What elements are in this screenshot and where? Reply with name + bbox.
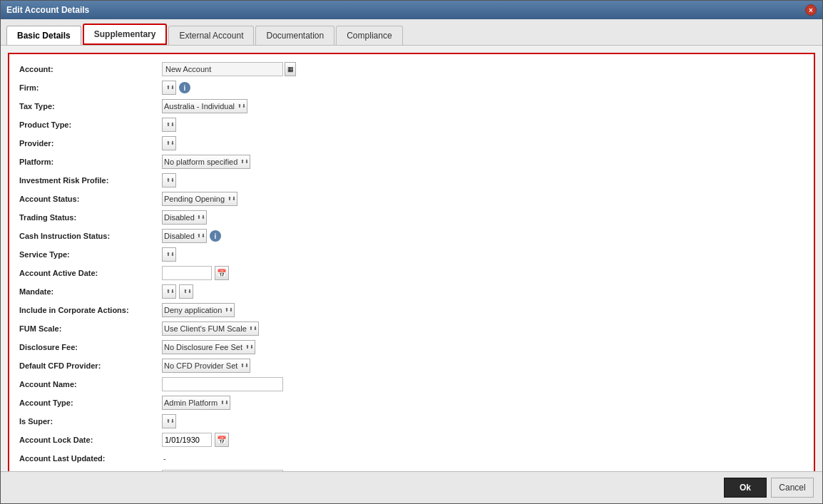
- cancel-button[interactable]: Cancel: [771, 478, 814, 498]
- mandate-select-wrap-1: [162, 284, 176, 299]
- corporate-actions-select[interactable]: Deny application: [162, 303, 235, 317]
- default-cfd-provider-control: No CFD Provider Set: [162, 359, 804, 373]
- platform-select[interactable]: No platform specified: [162, 155, 250, 169]
- service-type-control: [162, 247, 804, 262]
- trading-status-select-wrap: Disabled: [162, 210, 207, 225]
- fum-scale-control: Use Client's FUM Scale: [162, 322, 804, 336]
- tab-documentation[interactable]: Documentation: [255, 26, 334, 45]
- label-account-last-updated: Account Last Updated:: [19, 454, 162, 463]
- ok-button[interactable]: Ok: [724, 478, 767, 498]
- field-account-last-updated: Account Last Updated: -: [19, 451, 804, 466]
- trading-status-control: Disabled: [162, 210, 804, 225]
- form-panel: Account: New Account ▦ Firm:: [8, 53, 815, 471]
- account-status-select-wrap: Pending Opening: [162, 192, 237, 206]
- firm-select[interactable]: [162, 81, 176, 95]
- label-provider: Provider:: [19, 139, 162, 148]
- account-type-control: Admin Platform: [162, 396, 804, 410]
- mandate-select-2[interactable]: [179, 284, 193, 299]
- account-lock-date-control: 📅: [162, 433, 804, 447]
- label-fum-scale: FUM Scale:: [19, 324, 162, 333]
- field-platform: Platform: No platform specified: [19, 154, 804, 170]
- fum-scale-select-wrap: Use Client's FUM Scale: [162, 322, 259, 336]
- mandate-select-wrap-2: [179, 284, 193, 299]
- account-type-select-wrap: Admin Platform: [162, 396, 230, 410]
- default-cfd-provider-select-wrap: No CFD Provider Set: [162, 359, 250, 373]
- label-cash-instruction-status: Cash Instruction Status:: [19, 232, 162, 240]
- label-account-name: Account Name:: [19, 380, 162, 389]
- platform-select-wrap: No platform specified: [162, 155, 250, 169]
- tax-type-control: Australia - Individual: [162, 99, 804, 113]
- account-name-input[interactable]: [162, 377, 283, 391]
- label-investment-risk-profile: Investment Risk Profile:: [19, 176, 162, 185]
- service-type-select-wrap: [162, 247, 176, 262]
- account-last-updated-control: -: [162, 454, 804, 463]
- corporate-actions-control: Deny application: [162, 303, 804, 317]
- label-account-active-date: Account Active Date:: [19, 269, 162, 277]
- field-investment-risk-profile: Investment Risk Profile:: [19, 173, 804, 188]
- field-account-active-date: Account Active Date: 📅: [19, 265, 804, 281]
- is-super-select-wrap: [162, 414, 176, 428]
- field-account: Account: New Account ▦: [19, 61, 804, 77]
- label-tax-type: Tax Type:: [19, 102, 162, 110]
- product-type-select-wrap: [162, 118, 176, 132]
- cash-instruction-status-control: Disabled i: [162, 229, 804, 243]
- provider-select[interactable]: [162, 136, 176, 150]
- account-lock-date-input[interactable]: [162, 433, 212, 447]
- field-account-name: Account Name:: [19, 376, 804, 392]
- field-corporate-actions: Include in Corporate Actions: Deny appli…: [19, 302, 804, 318]
- tab-supplementary[interactable]: Supplementary: [83, 24, 168, 45]
- investment-risk-profile-select[interactable]: [162, 173, 176, 187]
- cash-instruction-status-select[interactable]: Disabled: [162, 229, 207, 243]
- disclosure-fee-select[interactable]: No Disclosure Fee Set: [162, 340, 255, 354]
- field-provider: Provider:: [19, 135, 804, 151]
- label-is-super: Is Super:: [19, 417, 162, 426]
- field-firm: Firm: i: [19, 80, 804, 96]
- label-mandate: Mandate:: [19, 287, 162, 296]
- label-product-type: Product Type:: [19, 120, 162, 129]
- label-corporate-actions: Include in Corporate Actions:: [19, 306, 162, 314]
- label-firm: Firm:: [19, 83, 162, 92]
- provider-select-wrap: [162, 136, 176, 150]
- firm-info-button[interactable]: i: [179, 82, 190, 93]
- close-button[interactable]: ×: [805, 4, 817, 16]
- account-type-select[interactable]: Admin Platform: [162, 396, 230, 410]
- account-active-date-input[interactable]: [162, 266, 212, 280]
- account-name-control: [162, 377, 804, 391]
- tab-external-account[interactable]: External Account: [168, 26, 254, 45]
- cash-instruction-status-select-wrap: Disabled: [162, 229, 207, 243]
- account-browse-button[interactable]: ▦: [285, 62, 296, 76]
- account-status-select[interactable]: Pending Opening: [162, 192, 237, 206]
- trading-status-select[interactable]: Disabled: [162, 210, 207, 225]
- field-mandate: Mandate:: [19, 284, 804, 299]
- account-lock-date-calendar-button[interactable]: 📅: [215, 433, 229, 447]
- default-cfd-provider-select[interactable]: No CFD Provider Set: [162, 359, 250, 373]
- label-account: Account:: [19, 65, 162, 73]
- field-fum-scale: FUM Scale: Use Client's FUM Scale: [19, 321, 804, 336]
- is-super-control: [162, 414, 804, 428]
- fum-scale-select[interactable]: Use Client's FUM Scale: [162, 322, 259, 336]
- mandate-control: [162, 284, 804, 299]
- account-value: New Account: [162, 62, 283, 76]
- label-disclosure-fee: Disclosure Fee:: [19, 343, 162, 351]
- firm-control: i: [162, 81, 804, 95]
- account-active-date-control: 📅: [162, 266, 804, 280]
- account-control: New Account ▦: [162, 62, 804, 76]
- label-account-lock-date: Account Lock Date:: [19, 436, 162, 444]
- is-super-select[interactable]: [162, 414, 176, 428]
- cash-instruction-info-button[interactable]: i: [210, 230, 221, 242]
- tax-type-select[interactable]: Australia - Individual: [162, 99, 247, 113]
- investment-risk-profile-control: [162, 173, 804, 187]
- service-type-select[interactable]: [162, 247, 176, 262]
- provider-control: [162, 136, 804, 150]
- content-area: Account: New Account ▦ Firm:: [1, 46, 822, 471]
- product-type-select[interactable]: [162, 118, 176, 132]
- tab-compliance[interactable]: Compliance: [336, 26, 402, 45]
- account-active-date-calendar-button[interactable]: 📅: [215, 266, 229, 280]
- disclosure-fee-select-wrap: No Disclosure Fee Set: [162, 340, 255, 354]
- field-service-type: Service Type:: [19, 247, 804, 262]
- field-is-super: Is Super:: [19, 413, 804, 429]
- footer-bar: Ok Cancel: [1, 471, 822, 503]
- tab-basic-details[interactable]: Basic Details: [6, 26, 81, 45]
- account-status-control: Pending Opening: [162, 192, 804, 206]
- mandate-select-1[interactable]: [162, 284, 176, 299]
